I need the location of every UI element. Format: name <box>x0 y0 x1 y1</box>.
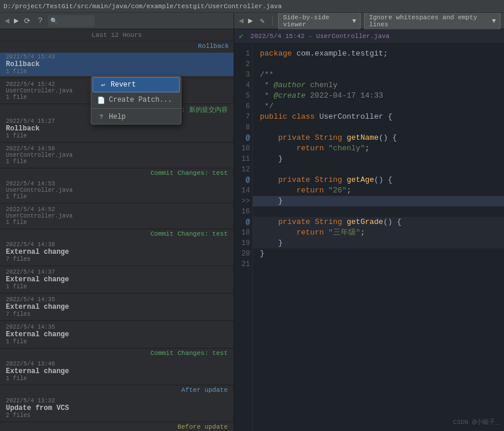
commit-item-11[interactable]: 2022/5/4 13:46 External change 1 file <box>0 360 234 383</box>
commit-group-9: 2022/5/4 14:35 External change 7 files <box>0 294 234 321</box>
search-box[interactable]: 🔍 <box>48 15 95 27</box>
side-by-side-label: Side-by-side viewer <box>283 14 350 28</box>
editor-area: 1 2 3 4 5 6 7 8 @ 10 11 12 @ 14 >> 16 @ … <box>234 44 504 431</box>
refresh-icon[interactable]: ⟳ <box>22 16 33 26</box>
commit-item-9[interactable]: 2022/5/4 14:35 External change 7 files <box>0 295 234 319</box>
commit-group-4: 2022/5/4 14:56 UserController.java 1 fil… <box>0 143 234 168</box>
commit-item-5[interactable]: 2022/5/4 14:53 UserController.java 1 fil… <box>0 180 234 201</box>
toolbar-separator <box>272 16 273 26</box>
code-line-16 <box>260 206 497 217</box>
rollback-header[interactable]: Rollback <box>0 42 234 51</box>
commit-label-4: Commit Changes: test <box>0 349 234 358</box>
editor-back-arrow[interactable]: ◄ <box>238 16 245 26</box>
code-line-9: private String getName() { <box>260 133 497 143</box>
code-line-7: public class UserController { <box>260 112 497 122</box>
code-line-15: } <box>253 196 504 206</box>
commit-group-12: 2022/5/4 13:32 Update from VCS 2 files <box>0 395 234 422</box>
left-toolbar: ◄ ► ⟳ ? 🔍 <box>0 13 234 29</box>
commit-item-10[interactable]: 2022/5/4 14:35 External change 1 file <box>0 323 234 346</box>
revert-label: Revert <box>111 81 136 89</box>
forward-arrow[interactable]: ► <box>12 16 19 26</box>
code-line-8 <box>260 122 497 133</box>
commit-item-12[interactable]: 2022/5/4 13:32 Update from VCS 2 files <box>0 396 234 420</box>
patch-icon: 📄 <box>97 96 105 104</box>
code-line-19: } <box>253 238 504 249</box>
editor-nav-arrows: ◄ ► <box>238 16 254 26</box>
commit-item-8[interactable]: 2022/5/4 14:37 External change 1 file <box>0 268 234 291</box>
commit-group-6: 2022/5/4 14:52 UserController.java 1 fil… <box>0 204 234 229</box>
ignore-whitespace-btn[interactable]: Ignore whitespaces and empty lines ▼ <box>364 13 500 30</box>
back-arrow[interactable]: ◄ <box>4 16 11 26</box>
context-menu-help[interactable]: ? Help <box>91 110 181 124</box>
watermark: CSDN @小输子_ <box>453 418 499 426</box>
commit-group: 2022/5/4 15:43 Rollback 1 file <box>0 51 234 78</box>
help-label: Help <box>109 113 126 121</box>
right-panel: ◄ ► ✎ Side-by-side viewer ▼ Ignore white… <box>234 13 504 431</box>
code-line-18: return "三年级"; <box>253 227 504 238</box>
code-line-17: private String getGrade() { <box>253 217 504 227</box>
editor-title: 2022/5/4 15:42 - UserController.java <box>251 33 390 40</box>
commit-item-1[interactable]: 2022/5/4 15:43 Rollback 1 file <box>0 53 234 76</box>
last-hours-header: Last 12 Hours <box>0 29 234 42</box>
code-line-6: */ <box>260 101 497 112</box>
commit-group-8: 2022/5/4 14:37 External change 1 file <box>0 266 234 294</box>
code-line-10: return "chenly"; <box>260 143 497 154</box>
code-line-14: return "26"; <box>260 185 497 196</box>
commit-group-7: 2022/5/4 14:38 External change 7 files <box>0 239 234 266</box>
file-path: D:/project/TestGit/src/main/java/com/exa… <box>4 3 282 10</box>
before-update-label-1: Before update <box>0 422 234 431</box>
commit-item-4[interactable]: 2022/5/4 14:56 UserController.java 1 fil… <box>0 144 234 166</box>
commit-group-10: 2022/5/4 14:35 External change 1 file <box>0 321 234 349</box>
main-layout: ◄ ► ⟳ ? 🔍 Last 12 Hours Rollback 2022/5/… <box>0 13 504 431</box>
commit-item-7[interactable]: 2022/5/4 14:38 External change 7 files <box>0 240 234 264</box>
check-mark: ✓ <box>239 32 244 41</box>
commit-item-6[interactable]: 2022/5/4 14:52 UserController.java 1 fil… <box>0 205 234 227</box>
editor-forward-arrow[interactable]: ► <box>246 16 253 26</box>
context-menu-revert[interactable]: ↩ Revert <box>92 77 180 92</box>
nav-arrows: ◄ ► <box>4 16 20 26</box>
code-line-21 <box>260 259 497 270</box>
code-line-12 <box>260 164 497 175</box>
code-line-11: } <box>260 154 497 164</box>
search-icon: 🔍 <box>50 18 57 25</box>
editor-title-bar: ✓ 2022/5/4 15:42 - UserController.java <box>234 29 504 44</box>
dropdown-icon: ▼ <box>352 18 356 25</box>
code-line-5: * @create 2022-04-17 14:33 <box>260 91 497 101</box>
code-line-3: /** <box>260 70 497 80</box>
commit-group-11: 2022/5/4 13:46 External change 1 file <box>0 358 234 385</box>
help-icon[interactable]: ? <box>35 16 46 26</box>
side-by-side-btn[interactable]: Side-by-side viewer ▼ <box>278 13 361 30</box>
ignore-whitespace-label: Ignore whitespaces and empty lines <box>369 14 490 28</box>
ignore-dropdown-icon: ▼ <box>492 18 496 25</box>
top-bar: D:/project/TestGit/src/main/java/com/exa… <box>0 0 504 13</box>
context-menu: ↩ Revert 📄 Create Patch... ? Help <box>91 76 181 125</box>
code-line-2 <box>260 59 497 70</box>
context-menu-patch[interactable]: 📄 Create Patch... <box>91 93 181 107</box>
code-line-20: } <box>260 249 497 259</box>
commit-label-3: Commit Changes: test <box>0 229 234 239</box>
editor-toolbar: ◄ ► ✎ Side-by-side viewer ▼ Ignore white… <box>234 13 504 29</box>
patch-label: Create Patch... <box>109 96 172 104</box>
edit-icon[interactable]: ✎ <box>258 16 268 26</box>
code-line-1: package com.example.testgit; <box>260 49 497 59</box>
after-update-label-1: After update <box>0 385 234 395</box>
commit-label-2: Commit Changes: test <box>0 168 234 178</box>
commit-group-5: 2022/5/4 14:53 UserController.java 1 fil… <box>0 178 234 204</box>
code-line-13: private String getAge() { <box>260 175 497 185</box>
revert-icon: ↩ <box>99 81 107 89</box>
code-line-4: * @author chenly <box>260 80 497 91</box>
line-numbers: 1 2 3 4 5 6 7 8 @ 10 11 12 @ 14 >> 16 @ … <box>234 44 253 431</box>
context-menu-separator <box>91 108 181 109</box>
left-panel: ◄ ► ⟳ ? 🔍 Last 12 Hours Rollback 2022/5/… <box>0 13 234 431</box>
help-icon-menu: ? <box>97 113 105 120</box>
code-content[interactable]: package com.example.testgit; /** * @auth… <box>253 44 504 431</box>
search-input[interactable] <box>57 18 92 25</box>
